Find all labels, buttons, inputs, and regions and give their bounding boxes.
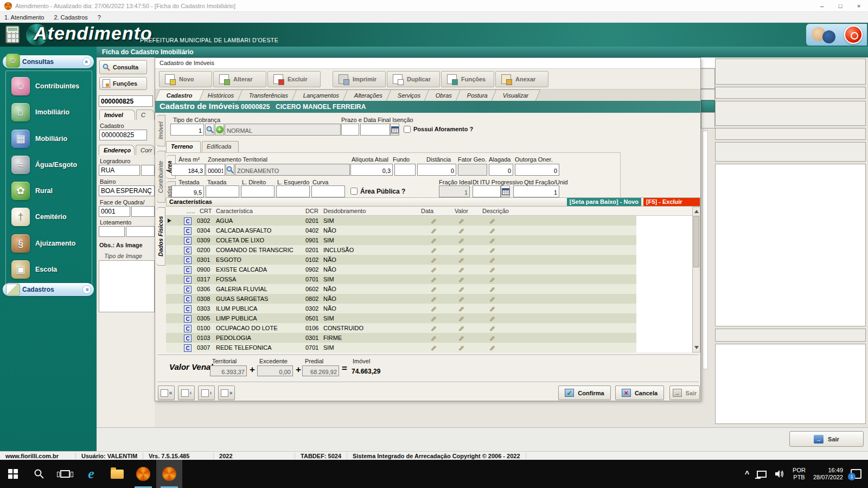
sidebar-item[interactable]: § Ajuizamento [6, 234, 92, 253]
tab-terreno[interactable]: Terreno [166, 141, 201, 152]
valor-edit-icon[interactable] [458, 247, 464, 253]
tipo-cobranca-code-input[interactable] [170, 124, 204, 136]
zoneamento-name-input[interactable] [235, 164, 350, 176]
tab-cadastro[interactable]: Cadastro [155, 89, 204, 101]
language-indicator[interactable]: POR PTB [793, 467, 806, 481]
funcoes-button[interactable]: Funções [441, 71, 494, 87]
descricao-edit-icon[interactable] [489, 335, 495, 341]
valor-edit-icon[interactable] [458, 217, 464, 224]
task-view-button[interactable] [52, 460, 78, 488]
scroll-down-icon[interactable] [694, 346, 699, 349]
descricao-edit-icon[interactable] [489, 305, 495, 312]
data-edit-icon[interactable] [430, 325, 437, 331]
app-window-button[interactable] [130, 460, 156, 488]
next-record-button[interactable]: › [198, 386, 215, 400]
sidebar-item[interactable]: ⌂ Imobiliário [6, 103, 92, 121]
funcoes-button[interactable]: Funções [99, 77, 147, 90]
col-dots[interactable]: ..... [187, 208, 195, 214]
tab-contribuinte-cut[interactable]: C [136, 110, 155, 120]
valor-edit-icon[interactable] [458, 286, 464, 292]
data-isencao-calendar-button[interactable] [390, 124, 399, 136]
table-row[interactable]: C 0200 COMANDO DE TRANSCRIC 0201 INCLUSÃ… [166, 245, 692, 255]
tab-visualizar[interactable]: Visualizar [492, 89, 540, 101]
descricao-edit-icon[interactable] [489, 296, 495, 302]
distancia-input[interactable] [417, 164, 456, 176]
tab-imovel[interactable]: Imóvel [99, 110, 135, 120]
l-direito-input[interactable] [241, 185, 275, 197]
tab-lancamentos[interactable]: Lançamentos [292, 89, 351, 101]
col-desdobramento[interactable]: Desdobramento [323, 208, 366, 214]
valor-edit-icon[interactable] [458, 325, 464, 331]
descricao-edit-icon[interactable] [489, 325, 495, 331]
prazo-isencao-input[interactable] [341, 124, 359, 136]
fracao-ideal-input[interactable] [439, 185, 470, 197]
tab-correspondencia-cut[interactable]: Corr [136, 145, 155, 155]
data-edit-icon[interactable] [430, 227, 437, 234]
scroll-thumb[interactable] [693, 216, 699, 267]
novo-button[interactable]: Novo [159, 71, 212, 87]
table-row[interactable]: C 0301 ESGOTO 0102 NÃO [166, 255, 692, 265]
tipo-cobranca-add-button[interactable]: + [215, 124, 224, 136]
menu-item[interactable]: ? [98, 14, 101, 21]
prev-record-button[interactable]: ‹ [178, 386, 195, 400]
data-edit-icon[interactable] [430, 315, 437, 322]
start-button[interactable] [0, 460, 26, 488]
table-row[interactable]: C 0308 GUIAS SARGETAS 0802 NÃO [166, 294, 692, 304]
data-edit-icon[interactable] [430, 335, 437, 341]
collapse-chevron-icon[interactable]: « [82, 57, 91, 66]
area-publica-checkbox[interactable] [350, 188, 358, 195]
valor-edit-icon[interactable] [458, 227, 464, 234]
side-tab-dados-fisicos[interactable]: Dados Físicos [156, 207, 165, 266]
close-button[interactable]: × [850, 0, 868, 12]
scroll-up-icon[interactable] [694, 210, 699, 213]
col-descricao[interactable]: Descrição [482, 208, 509, 214]
sidebar-item[interactable]: ▦ Mobiliário [6, 130, 92, 148]
logradouro-input[interactable] [99, 165, 140, 176]
sidebar-group-consultas[interactable]: ☺ Consultas « [3, 55, 94, 68]
data-edit-icon[interactable] [430, 296, 437, 302]
col-data[interactable]: Data [421, 208, 433, 214]
tray-chevron-icon[interactable]: ^ [745, 470, 749, 478]
tab-endereco[interactable]: Endereço [99, 145, 135, 155]
sidebar-item[interactable]: ✿ Rural [6, 182, 92, 200]
descricao-edit-icon[interactable] [489, 315, 495, 322]
sidebar-item[interactable]: † Cemitério [6, 208, 92, 226]
valor-edit-icon[interactable] [458, 315, 464, 322]
cadastro-search-input[interactable] [99, 95, 153, 107]
col-caracteristica[interactable]: Característica [216, 208, 253, 214]
col-valor[interactable]: Valor [455, 208, 468, 214]
testada-input[interactable] [171, 185, 204, 197]
file-explorer-button[interactable] [104, 460, 130, 488]
cancela-button[interactable]: × Cancela [615, 386, 664, 400]
clock[interactable]: 16:49 28/07/2022 [813, 467, 843, 481]
active-app-window-button[interactable] [156, 460, 182, 488]
descricao-edit-icon[interactable] [489, 247, 495, 253]
sidebar-group-cadastros[interactable]: Cadastros « [3, 283, 94, 296]
anexar-button[interactable]: Anexar [495, 71, 548, 87]
face-quadra-input[interactable] [99, 206, 130, 217]
taxada-input[interactable] [206, 185, 239, 197]
data-edit-icon[interactable] [430, 256, 437, 263]
menu-item[interactable]: 1. Atendimento [4, 14, 44, 21]
tipo-cobranca-name-input[interactable] [225, 124, 341, 136]
table-row[interactable]: C 0100 OCUPACAO DO LOTE 0106 CONSTRUIDO [166, 323, 692, 333]
face-quadra-extra-input[interactable] [131, 206, 155, 217]
valor-edit-icon[interactable] [458, 296, 464, 302]
speaker-icon[interactable] [774, 469, 785, 479]
taskbar-search-button[interactable] [26, 460, 52, 488]
notification-center-icon[interactable]: 1 [851, 469, 861, 479]
loteamento-code-input[interactable] [99, 226, 125, 237]
duplicar-button[interactable]: Duplicar [387, 71, 440, 87]
sair-dialog-button[interactable]: → Sair [669, 386, 700, 400]
zoneamento-code-input[interactable] [206, 164, 225, 176]
data-edit-icon[interactable] [430, 247, 437, 253]
descricao-edit-icon[interactable] [489, 286, 495, 292]
data-edit-icon[interactable] [430, 217, 437, 224]
consulta-button[interactable]: Consulta [99, 60, 147, 74]
table-row[interactable]: C 0303 ILUM PUBLICA 0302 NÃO [166, 304, 692, 313]
fundo-input[interactable] [394, 164, 416, 176]
alagada-input[interactable] [489, 164, 513, 176]
col-dcr[interactable]: DCR [305, 208, 318, 214]
data-edit-icon[interactable] [430, 286, 437, 292]
excluir-button[interactable]: Excluir [267, 71, 321, 87]
